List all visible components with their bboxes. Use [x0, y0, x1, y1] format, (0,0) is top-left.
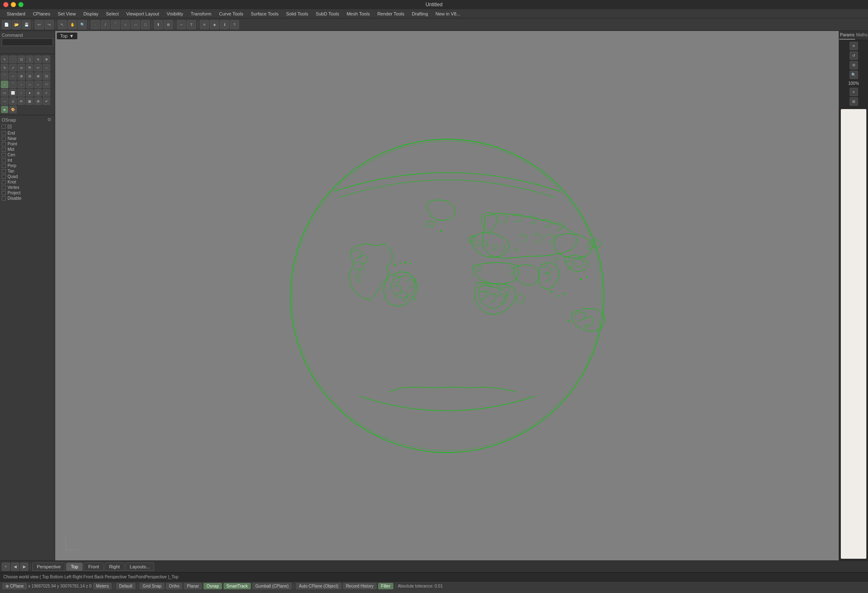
tool-named-view[interactable]: ⊞	[34, 97, 42, 105]
tool-dim-linear[interactable]: ↔	[1, 97, 8, 105]
osnap-project[interactable]: Project	[2, 190, 53, 196]
rpanel-search-btn[interactable]: 🔍	[850, 71, 858, 79]
osnap-mid[interactable]: Mid	[2, 147, 53, 152]
tool-select[interactable]: ↖	[1, 56, 8, 63]
osnap-quad[interactable]: Quad	[2, 174, 53, 179]
snap-filter[interactable]: Filter	[378, 583, 393, 589]
tool-circle[interactable]: ○	[34, 81, 42, 88]
viewport-area[interactable]: Top ▼	[55, 31, 839, 560]
tool-check[interactable]: ✓	[43, 89, 50, 97]
tool-ellipse[interactable]: ⬭	[43, 81, 50, 88]
tab-perspective[interactable]: Perspective	[32, 562, 65, 571]
toolbar-help[interactable]: ?	[230, 20, 239, 29]
snap-autocplane[interactable]: Auto CPlane (Object)	[296, 583, 341, 589]
tool-fillet[interactable]: ⌒	[1, 72, 8, 80]
tool-dim-radius[interactable]: R	[18, 97, 25, 105]
osnap-perp[interactable]: Perp	[2, 163, 53, 168]
snap-history[interactable]: Record History	[343, 583, 377, 589]
next-viewport-btn[interactable]: ▶	[20, 562, 28, 571]
menu-viewport-layout[interactable]: Viewport Layout	[123, 10, 163, 17]
tool-split[interactable]: ⊟	[26, 72, 33, 80]
osnap-tan[interactable]: Tan	[2, 168, 53, 174]
toolbar-boolean[interactable]: ⊕	[164, 20, 173, 29]
osnap-project-check[interactable]	[2, 191, 6, 195]
osnap-select-all[interactable]	[2, 125, 6, 129]
tool-multiselect[interactable]: ⊡	[18, 56, 25, 63]
rpanel-refresh-btn[interactable]: ↺	[850, 51, 858, 60]
toolbar-properties[interactable]: ℹ	[220, 20, 229, 29]
osnap-cen-check[interactable]	[2, 153, 6, 157]
osnap-point-check[interactable]	[2, 142, 6, 146]
menu-subd-tools[interactable]: SubD Tools	[312, 10, 342, 17]
viewport-label[interactable]: Top ▼	[57, 33, 77, 39]
toolbar-select[interactable]: ↖	[58, 20, 67, 29]
toolbar-pan[interactable]: ✋	[68, 20, 77, 29]
tool-cylinder[interactable]: ◎	[34, 89, 42, 97]
toolbar-open[interactable]: 📂	[12, 20, 21, 29]
toolbar-rect[interactable]: □	[141, 20, 150, 29]
add-viewport-btn[interactable]: +	[2, 562, 10, 571]
tool-lasso[interactable]: ⟆	[26, 56, 33, 63]
toolbar-extrude[interactable]: ⬆	[154, 20, 163, 29]
tool-mirror[interactable]: ⇔	[18, 64, 25, 71]
toolbar-dim[interactable]: ↔	[177, 20, 186, 29]
tool-polyline[interactable]: ⌒	[9, 81, 17, 88]
tool-dim-angular[interactable]: ∠	[9, 97, 17, 105]
toolbar-text[interactable]: T	[187, 20, 196, 29]
menu-transform[interactable]: Transform	[187, 10, 215, 17]
tool-explode[interactable]: ⊠	[34, 72, 42, 80]
toolbar-undo[interactable]: ↩	[35, 20, 44, 29]
toolbar-circle[interactable]: ○	[121, 20, 130, 29]
osnap-mid-check[interactable]	[2, 148, 6, 152]
menu-select[interactable]: Select	[103, 10, 122, 17]
osnap-perp-check[interactable]	[2, 164, 6, 168]
tool-surface-plane[interactable]: ▭	[1, 89, 8, 97]
osnap-gear-icon[interactable]: ⚙	[47, 117, 53, 123]
tab-maths[interactable]: Maths	[855, 31, 868, 40]
tool-color[interactable]: ■	[1, 106, 8, 113]
rpanel-settings-btn[interactable]: ⚙	[850, 61, 858, 69]
toolbar-new[interactable]: 📄	[2, 20, 11, 29]
tool-chamfer[interactable]: ⌓	[9, 72, 17, 80]
snap-default[interactable]: Default	[116, 583, 135, 589]
menu-setview[interactable]: Set View	[54, 10, 79, 17]
tool-group[interactable]: ⊡	[43, 72, 50, 80]
tool-sphere[interactable]: ●	[26, 89, 33, 97]
menu-visibility[interactable]: Visibility	[163, 10, 187, 17]
osnap-cen[interactable]: Cen	[2, 152, 53, 158]
tab-right[interactable]: Right	[104, 562, 125, 571]
tab-top[interactable]: Top	[66, 562, 83, 571]
prev-viewport-btn[interactable]: ◀	[11, 562, 19, 571]
tool-scale[interactable]: ⤢	[9, 64, 17, 71]
osnap-int[interactable]: Int	[2, 158, 53, 163]
snap-osnap[interactable]: Osnap	[204, 583, 221, 589]
toolbar-layer[interactable]: ≡	[200, 20, 209, 29]
tab-front[interactable]: Front	[84, 562, 104, 571]
tool-deselect[interactable]: ✕	[34, 56, 42, 63]
tool-trim[interactable]: ✂	[34, 64, 42, 71]
osnap-tan-check[interactable]	[2, 169, 6, 173]
osnap-knot[interactable]: Knot	[2, 179, 53, 185]
menu-mesh-tools[interactable]: Mesh Tools	[343, 10, 373, 17]
command-input[interactable]	[2, 38, 53, 46]
snap-planar[interactable]: Planar	[184, 583, 202, 589]
toolbar-render[interactable]: ◈	[210, 20, 219, 29]
tool-palette[interactable]: 🎨	[9, 106, 17, 113]
tool-curve[interactable]: ~	[18, 81, 25, 88]
menu-surface-tools[interactable]: Surface Tools	[247, 10, 282, 17]
osnap-end[interactable]: End	[2, 130, 53, 136]
snap-cplane[interactable]: ⊕ CPlane	[3, 583, 27, 589]
tool-box[interactable]: ▫	[18, 89, 25, 97]
menu-new-v8[interactable]: New in V8...	[432, 10, 463, 17]
toolbar-line[interactable]: /	[101, 20, 110, 29]
rpanel-grid-btn[interactable]: ⊞	[850, 97, 858, 106]
tool-surface-loft[interactable]: ⬜	[9, 89, 17, 97]
menu-drafting[interactable]: Drafting	[409, 10, 432, 17]
menu-render-tools[interactable]: Render Tools	[374, 10, 408, 17]
tool-arc[interactable]: ⌓	[26, 81, 33, 88]
snap-ortho[interactable]: Ortho	[166, 583, 182, 589]
rpanel-close-btn[interactable]: ✕	[850, 42, 858, 50]
tool-copy[interactable]: ⧉	[26, 64, 33, 71]
snap-gumball[interactable]: Gumball (CPlane)	[252, 583, 291, 589]
snap-grid[interactable]: Grid Snap	[140, 583, 164, 589]
